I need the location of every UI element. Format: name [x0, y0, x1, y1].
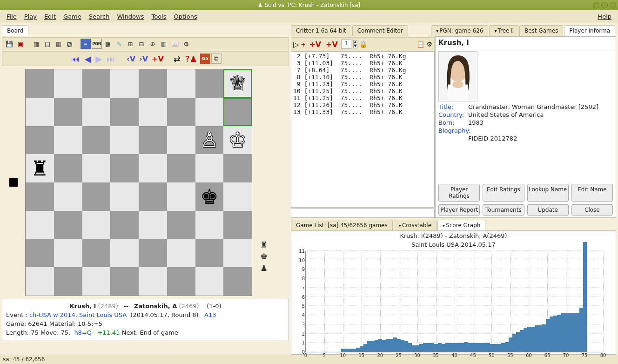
menu-help[interactable]: Help — [594, 11, 615, 22]
square-g2[interactable] — [195, 239, 224, 268]
square-e3[interactable] — [139, 211, 167, 239]
player-report-button[interactable]: Player Report — [438, 204, 480, 216]
square-c5[interactable] — [82, 154, 111, 182]
tab-crosstable[interactable]: Crosstable — [394, 220, 437, 230]
engine-badge-icon[interactable]: G5 — [200, 54, 210, 64]
update-button[interactable]: Update — [527, 204, 569, 216]
nav-fwd-icon[interactable]: ▶ — [94, 54, 104, 64]
square-a6[interactable] — [26, 126, 54, 155]
square-h1[interactable] — [223, 267, 252, 296]
square-a5[interactable]: ♜ — [26, 154, 54, 182]
square-b1[interactable] — [54, 267, 82, 296]
engine-mpv-input[interactable]: 1 — [341, 40, 351, 49]
tournaments-button[interactable]: Tournaments — [483, 204, 524, 216]
player-ratings-button[interactable]: Player Ratings — [438, 184, 480, 202]
tool-icon-1[interactable]: ▥ — [31, 39, 41, 49]
square-h8[interactable]: ♕ — [223, 69, 252, 98]
move-notation[interactable]: h8=Q — [74, 329, 92, 336]
square-e2[interactable] — [139, 239, 167, 268]
lock-icon[interactable]: 🔒 — [359, 40, 367, 48]
menu-tools[interactable]: Tools — [148, 11, 170, 22]
spin-down-icon[interactable]: ▼ — [353, 44, 357, 48]
tool-icon-3[interactable]: ▦ — [54, 39, 64, 49]
nav-start-icon[interactable]: ⏮ — [69, 54, 81, 64]
hint-icon[interactable]: ?♟ — [183, 54, 199, 64]
menu-search[interactable]: Search — [85, 11, 114, 22]
menu-options[interactable]: Options — [170, 11, 201, 22]
square-f1[interactable] — [167, 267, 195, 296]
tab-player[interactable]: Player Informa — [564, 25, 615, 36]
config-icon[interactable]: ⚙ — [426, 40, 432, 48]
square-h6[interactable]: ♔ — [223, 126, 252, 155]
square-h3[interactable] — [223, 211, 252, 239]
flip-icon[interactable]: ⇄ — [172, 54, 182, 64]
square-c3[interactable] — [82, 211, 111, 239]
square-f3[interactable] — [167, 211, 195, 239]
square-d1[interactable] — [110, 267, 139, 296]
square-h7[interactable] — [223, 98, 252, 126]
tab-board[interactable]: Board — [2, 25, 28, 36]
pgn-icon[interactable]: PGN — [92, 39, 102, 49]
tab-gamelist[interactable]: Game List: [sa] 45/62656 games — [291, 220, 393, 230]
square-f8[interactable] — [167, 69, 195, 98]
engine-plusv2-icon[interactable]: +V — [324, 40, 339, 49]
tab-tree[interactable]: Tree [ — [489, 25, 518, 36]
tab-scoregraph[interactable]: Score Graph — [437, 220, 485, 230]
square-d2[interactable] — [110, 239, 139, 268]
menu-file[interactable]: File — [3, 11, 20, 22]
chess-board[interactable]: ♕♙♔♜♚ — [25, 69, 252, 296]
engine-play-icon[interactable]: ▷ — [293, 40, 299, 49]
square-e8[interactable] — [139, 69, 167, 98]
square-g5[interactable] — [195, 154, 224, 182]
engine-icon[interactable]: ⚙ — [181, 39, 191, 49]
chart-area[interactable]: 0123456789101105101520253035404550556065… — [305, 251, 603, 352]
tool-icon-2[interactable]: ▤ — [42, 39, 53, 49]
engine-plus1-icon[interactable]: + — [301, 41, 306, 48]
tab-best[interactable]: Best Games — [519, 25, 563, 36]
square-d5[interactable] — [110, 154, 139, 182]
square-d8[interactable] — [110, 69, 139, 98]
square-c6[interactable] — [82, 126, 111, 155]
grid-icon[interactable]: ▦ — [159, 39, 169, 49]
square-h5[interactable] — [223, 154, 252, 182]
square-g1[interactable] — [195, 267, 224, 296]
square-d6[interactable] — [110, 126, 139, 155]
square-c1[interactable] — [82, 267, 111, 296]
save-icon[interactable]: 💾 — [4, 39, 14, 49]
tree-icon[interactable]: ⊞ — [125, 39, 135, 49]
menu-play[interactable]: Play — [20, 11, 40, 22]
square-b4[interactable] — [54, 182, 82, 211]
square-h4[interactable] — [223, 182, 252, 211]
menu-windows[interactable]: Windows — [113, 11, 148, 22]
square-d4[interactable] — [110, 182, 139, 211]
square-d7[interactable] — [110, 98, 139, 126]
square-f7[interactable] — [167, 98, 195, 126]
square-e6[interactable] — [139, 126, 167, 155]
tool-icon-4[interactable]: ▧ — [65, 39, 75, 49]
square-g4[interactable]: ♚ — [195, 182, 224, 211]
maximize-button[interactable] — [601, 2, 608, 8]
tool-icon-5[interactable]: ▩ — [103, 39, 113, 49]
square-a2[interactable] — [26, 239, 54, 268]
tab-comment[interactable]: Comment Editor — [352, 25, 408, 36]
square-e1[interactable] — [139, 267, 167, 296]
event-link[interactable]: ch-USA w 2014, Saint Louis USA — [29, 311, 127, 318]
nav-end-icon[interactable]: ⏭ — [105, 54, 117, 64]
tool-icon-6[interactable]: ✎ — [114, 39, 124, 49]
square-f6[interactable] — [167, 126, 195, 155]
square-e5[interactable] — [139, 154, 167, 182]
close-window-button[interactable] — [610, 2, 616, 8]
square-a7[interactable] — [26, 98, 54, 126]
square-b3[interactable] — [54, 211, 82, 239]
varback-icon[interactable]: ‹V — [125, 54, 137, 63]
spread-icon[interactable]: ⊟ — [136, 39, 147, 49]
minimize-button[interactable] — [593, 2, 599, 8]
square-f5[interactable] — [167, 154, 195, 182]
edit-ratings-button[interactable]: Edit Ratings — [483, 184, 524, 202]
menu-edit[interactable]: Edit — [40, 11, 60, 22]
square-c4[interactable] — [82, 182, 111, 211]
square-h2[interactable] — [223, 239, 252, 268]
square-e7[interactable] — [139, 98, 167, 126]
square-b2[interactable] — [54, 239, 82, 268]
square-a1[interactable] — [26, 267, 54, 296]
